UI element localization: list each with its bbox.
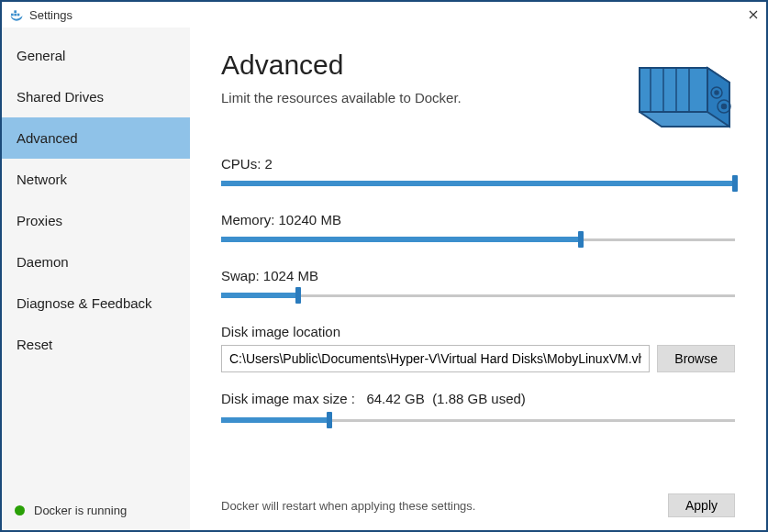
close-icon[interactable] (748, 9, 759, 20)
footer-note: Docker will restart when applying these … (221, 499, 668, 513)
titlebar: Settings (2, 2, 766, 28)
cpus-slider-group: CPUs: 2 (221, 156, 735, 188)
sidebar-item-proxies[interactable]: Proxies (2, 200, 190, 241)
status-indicator-icon (15, 505, 25, 515)
sidebar-item-diagnose-feedback[interactable]: Diagnose & Feedback (2, 283, 190, 324)
sidebar-item-reset[interactable]: Reset (2, 324, 190, 365)
svg-rect-1 (14, 14, 17, 17)
swap-slider[interactable] (221, 291, 735, 300)
cpus-label: CPUs: 2 (221, 156, 735, 172)
disk-size-row: Disk image max size : 64.42 GB (1.88 GB … (221, 391, 735, 406)
disk-size-label: Disk image max size : (221, 391, 355, 406)
svg-point-14 (722, 105, 727, 109)
status-text: Docker is running (34, 504, 127, 517)
container-illustration-icon (634, 50, 735, 132)
swap-slider-group: Swap: 1024 MB (221, 268, 735, 300)
page-title: Advanced (221, 50, 625, 81)
sidebar-item-general[interactable]: General (2, 35, 190, 76)
sidebar-item-shared-drives[interactable]: Shared Drives (2, 76, 190, 117)
memory-slider[interactable] (221, 235, 735, 244)
sidebar-item-network[interactable]: Network (2, 159, 190, 200)
sidebar-list: General Shared Drives Advanced Network P… (2, 28, 190, 493)
disk-used-value: (1.88 GB used) (432, 391, 526, 406)
docker-icon (9, 7, 24, 22)
svg-marker-5 (640, 68, 707, 112)
disk-size-value: 64.42 GB (366, 391, 424, 406)
header-row: Advanced Limit the resources available t… (221, 50, 735, 132)
svg-rect-0 (11, 14, 14, 17)
svg-point-12 (715, 91, 718, 94)
disk-location-label: Disk image location (221, 324, 735, 339)
apply-button[interactable]: Apply (668, 493, 735, 517)
svg-rect-2 (17, 14, 20, 17)
content: Advanced Limit the resources available t… (190, 28, 766, 530)
status-bar: Docker is running (2, 493, 190, 530)
footer-row: Docker will restart when applying these … (221, 477, 735, 517)
svg-rect-3 (14, 10, 17, 13)
memory-label: Memory: 10240 MB (221, 212, 735, 227)
memory-slider-group: Memory: 10240 MB (221, 212, 735, 244)
sidebar-item-daemon[interactable]: Daemon (2, 241, 190, 283)
disk-location-row: Browse (221, 345, 735, 372)
window-title: Settings (29, 8, 748, 22)
page-subtitle: Limit the resources available to Docker. (221, 90, 625, 105)
disk-path-input[interactable] (221, 345, 650, 372)
sidebar: General Shared Drives Advanced Network P… (2, 28, 190, 530)
disk-size-slider[interactable] (221, 416, 735, 425)
main: General Shared Drives Advanced Network P… (2, 28, 766, 530)
sidebar-item-advanced[interactable]: Advanced (2, 117, 190, 159)
browse-button[interactable]: Browse (657, 345, 735, 372)
swap-label: Swap: 1024 MB (221, 268, 735, 283)
cpus-slider[interactable] (221, 179, 735, 188)
